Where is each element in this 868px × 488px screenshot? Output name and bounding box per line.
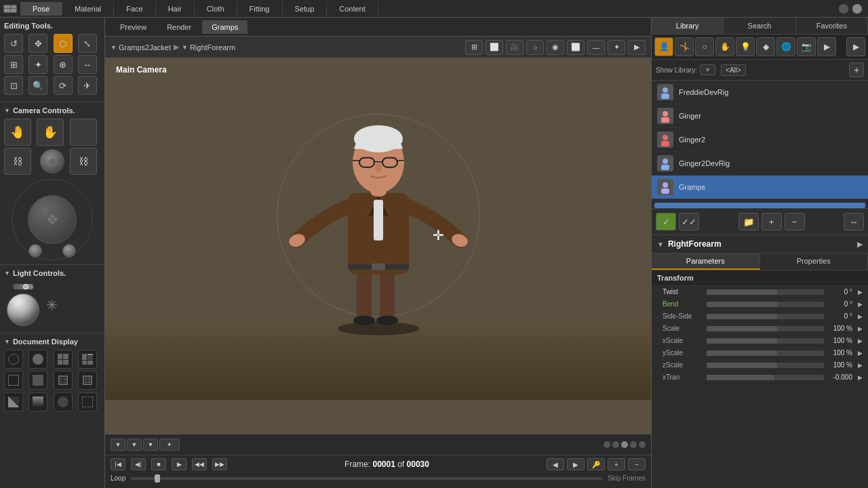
prop-arrow-bend[interactable]: ▶ — [858, 301, 863, 308]
light-slider[interactable] — [13, 284, 33, 289]
doc-btn-5[interactable] — [4, 371, 23, 390]
camera-dial-right[interactable] — [62, 244, 76, 258]
lib-btn-check2[interactable]: ✓✓ — [679, 213, 699, 230]
prop-tab-properties[interactable]: Properties — [760, 253, 869, 270]
camera-dial-left[interactable] — [28, 244, 42, 258]
lib-item-ginger[interactable]: Ginger — [652, 104, 868, 128]
lib-item-gramps[interactable]: Gramps — [652, 176, 868, 199]
breadcrumb-item1[interactable]: ▼ Gramps2Jacket — [111, 43, 171, 52]
lib-icon-hand[interactable]: ✋ — [715, 37, 734, 56]
show-dropdown[interactable]: ▼ — [700, 64, 715, 75]
tl-anim-btn[interactable]: ✦ — [159, 439, 180, 451]
tl-prev-nav[interactable]: ◀ — [547, 458, 564, 470]
lib-icon-people[interactable]: 👤 — [654, 37, 673, 56]
camera-btn-chain2[interactable]: ⛓ — [70, 148, 97, 175]
lib-btn-folder[interactable]: 📁 — [738, 213, 759, 230]
prop-slider-bend[interactable] — [707, 302, 824, 307]
camera-btn-hand-left[interactable]: 🤚 — [4, 119, 31, 146]
prop-arrow-scale[interactable]: ▶ — [858, 325, 863, 332]
lib-btn-transfer[interactable]: ↔ — [844, 213, 864, 230]
camera-btn-chain[interactable]: ⛓ — [4, 148, 31, 175]
prop-slider-sideside[interactable] — [707, 314, 824, 319]
move-tool-btn[interactable]: ✥ — [28, 34, 47, 53]
vp-tool-4[interactable]: ○ — [526, 40, 544, 55]
vp-tool-8[interactable]: ✦ — [608, 40, 625, 55]
doc-btn-4[interactable] — [78, 350, 97, 369]
camera-collapse-arrow[interactable]: ▼ — [4, 107, 10, 114]
lib-icon-scene[interactable]: 🌐 — [776, 37, 795, 56]
transform-tool-btn[interactable]: ⊞ — [4, 55, 23, 74]
all-dropdown[interactable]: <All> — [721, 64, 746, 76]
lib-icon-camera[interactable]: 📷 — [797, 37, 816, 56]
lib-icon-mat[interactable]: ◆ — [756, 37, 775, 56]
prop-slider-xtran[interactable] — [707, 375, 824, 380]
lib-item-freddie[interactable]: FreddieDevRig — [652, 81, 868, 104]
tl-next-nav[interactable]: ▶ — [567, 458, 585, 470]
vp-tool-5[interactable]: ◉ — [547, 40, 564, 55]
prop-collapse-arrow[interactable]: ▼ — [657, 241, 664, 248]
tab-setup[interactable]: Setup — [283, 2, 328, 16]
tl-stop[interactable]: ■ — [151, 458, 166, 470]
prop-arrow-sideside[interactable]: ▶ — [858, 313, 863, 320]
prop-arrow-xtran[interactable]: ▶ — [858, 374, 863, 381]
lib-add-btn[interactable]: + — [849, 62, 864, 77]
tab-gramps[interactable]: Gramps — [202, 20, 248, 34]
tab-material[interactable]: Material — [62, 2, 114, 16]
tab-hair[interactable]: Hair — [156, 2, 195, 16]
viewport[interactable]: Main Camera — [105, 58, 651, 434]
tl-play[interactable]: ▶ — [172, 458, 186, 470]
tl-prev-key[interactable]: ◀◀ — [192, 458, 207, 470]
doc-btn-9[interactable] — [4, 392, 23, 411]
tl-add-key[interactable]: + — [608, 458, 625, 470]
prop-arrow-xscale[interactable]: ▶ — [858, 338, 863, 344]
point-tool-btn[interactable]: ↔ — [78, 55, 97, 74]
doc-btn-3[interactable] — [54, 350, 73, 369]
doc-btn-7[interactable] — [54, 371, 73, 390]
lib-icon-morph[interactable]: ○ — [695, 37, 714, 56]
tab-cloth[interactable]: Cloth — [195, 2, 237, 16]
zoom-tool-btn[interactable]: ⊡ — [4, 76, 23, 95]
loop-label[interactable]: Loop — [111, 474, 125, 482]
tl-del-key[interactable]: − — [628, 458, 646, 470]
vp-tool-2[interactable]: ⬜ — [486, 40, 503, 55]
prop-expand-arrow[interactable]: ▶ — [857, 240, 863, 249]
lib-icon-light[interactable]: 💡 — [736, 37, 755, 56]
breadcrumb-item2[interactable]: ▼ RightForearm — [182, 43, 235, 52]
tl-dropdown-2[interactable]: ▼ — [127, 439, 142, 451]
doc-btn-10[interactable] — [28, 392, 47, 411]
tl-dropdown-3[interactable]: ▼ — [143, 439, 158, 451]
lib-btn-del[interactable]: − — [785, 213, 805, 230]
rotate-tool-btn[interactable]: ↺ — [4, 34, 23, 53]
vp-tool-7[interactable]: — — [587, 40, 605, 55]
tab-favorites[interactable]: Favorites — [796, 18, 868, 34]
prop-slider-twist[interactable] — [707, 289, 824, 295]
lib-btn-add[interactable]: + — [762, 213, 782, 230]
tab-fitting[interactable]: Fitting — [237, 2, 283, 16]
skip-frames-label[interactable]: Skip Frames — [608, 474, 646, 482]
timeline-scrubber[interactable] — [131, 477, 602, 480]
light-collapse-arrow[interactable]: ▼ — [4, 270, 10, 277]
camera-btn-empty[interactable] — [70, 119, 97, 146]
doc-btn-11[interactable] — [54, 392, 73, 411]
lib-icon-pose[interactable]: 🤸 — [675, 37, 694, 56]
prop-slider-xscale[interactable] — [707, 338, 824, 344]
tl-key-icon[interactable]: 🔑 — [587, 458, 605, 470]
camera-btn-hand-right[interactable]: ✋ — [37, 119, 64, 146]
prop-slider-yscale[interactable] — [707, 350, 824, 356]
tl-prev-frame[interactable]: ◀| — [131, 458, 146, 470]
doc-btn-1[interactable] — [4, 350, 23, 369]
pan-tool-btn[interactable]: 🔍 — [28, 76, 47, 95]
doc-collapse-arrow[interactable]: ▼ — [4, 338, 10, 345]
tl-first-frame[interactable]: |◀ — [111, 458, 125, 470]
prop-arrow-yscale[interactable]: ▶ — [858, 350, 863, 357]
joint-tool-btn[interactable]: ⊕ — [54, 55, 73, 74]
tab-face[interactable]: Face — [114, 2, 155, 16]
prop-slider-scale[interactable] — [707, 326, 824, 331]
doc-btn-12[interactable] — [78, 392, 97, 411]
light-sphere[interactable] — [7, 293, 39, 326]
doc-btn-6[interactable] — [28, 371, 47, 390]
doc-btn-2[interactable] — [28, 350, 47, 369]
scale-tool-btn[interactable]: ⤡ — [78, 34, 97, 53]
tab-preview[interactable]: Preview — [111, 20, 156, 34]
scrubber-thumb[interactable] — [155, 474, 160, 483]
